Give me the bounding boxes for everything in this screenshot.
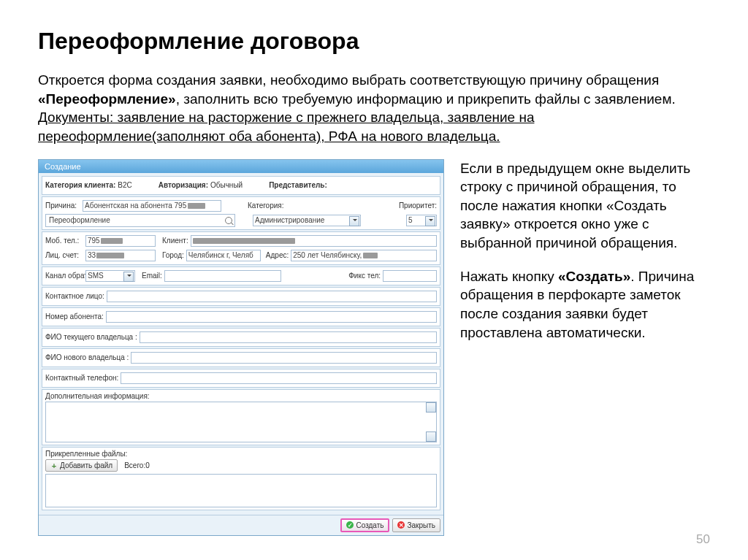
channel-select[interactable]: SMS <box>85 270 135 282</box>
create-button[interactable]: ✓Создать <box>340 518 389 532</box>
client-field[interactable] <box>191 235 437 247</box>
intro-post: , заполнить всю требуемую информацию и п… <box>176 91 676 107</box>
plus-icon: + <box>50 462 58 469</box>
contact-field[interactable] <box>107 291 437 302</box>
mob-field[interactable]: 795 <box>85 235 156 247</box>
acct-label: Лиц. счет: <box>45 251 83 259</box>
intro-text: Откроется форма создания заявки, необход… <box>38 71 710 146</box>
fax-field[interactable] <box>383 270 437 282</box>
fax-label: Фикс тел: <box>348 272 381 280</box>
docs-line: Документы: заявление на расторжение с пр… <box>38 110 534 144</box>
addinfo-label: Дополнительная информация: <box>45 392 437 400</box>
hdr-cat-val: B2C <box>118 181 131 189</box>
category-label: Категория: <box>248 202 284 210</box>
search-icon <box>225 217 232 224</box>
email-label: Email: <box>142 272 162 280</box>
files-total: Всего:0 <box>124 461 150 469</box>
hdr-auth-label: Авторизация: <box>159 181 208 189</box>
intro-bold: «Переоформление» <box>38 91 176 107</box>
hdr-rep-label: Представитель: <box>269 181 327 189</box>
reason-search[interactable]: Переоформление <box>45 214 235 227</box>
email-field[interactable] <box>164 270 281 282</box>
city-field[interactable]: Челябинск г, Челяб <box>186 250 261 261</box>
addinfo-textarea[interactable] <box>45 402 437 442</box>
page-title: Переоформление договора <box>38 28 710 55</box>
curown-label: ФИО текущего владельца : <box>45 333 137 341</box>
reason-field[interactable]: Абонентская на абонента 795 <box>83 200 221 212</box>
window-mockup: Создание Категория клиента: B2C Авториза… <box>38 159 444 536</box>
intro-pre: Откроется форма создания заявки, необход… <box>38 72 659 88</box>
mob-label: Моб. тел.: <box>45 237 83 245</box>
curown-field[interactable] <box>140 331 437 343</box>
priority-select[interactable]: 5 <box>406 215 437 226</box>
close-button[interactable]: ✕Закрыть <box>392 518 440 532</box>
scroll-up-icon[interactable] <box>426 402 436 413</box>
hdr-auth-val: Обычный <box>210 181 243 189</box>
cphone-field[interactable] <box>121 372 437 384</box>
channel-label: Канал обратной связи: <box>45 272 83 280</box>
contact-label: Контактное лицо: <box>45 292 104 300</box>
priority-label: Приоритет: <box>399 202 437 210</box>
side-para-2: Нажать кнопку «Создать». Причина обращен… <box>460 267 710 342</box>
side-para-1: Если в предыдущем окне выделить строку с… <box>460 159 710 253</box>
subnum-label: Номер абонента: <box>45 312 104 321</box>
close-icon: ✕ <box>397 521 405 529</box>
newown-label: ФИО нового владельца : <box>45 353 129 361</box>
reason-label: Причина: <box>45 202 80 210</box>
hdr-cat-label: Категория клиента: <box>45 181 115 189</box>
acct-field[interactable]: 33 <box>85 250 156 261</box>
city-label: Город: <box>162 251 184 259</box>
check-icon: ✓ <box>346 521 354 529</box>
addr-label: Адрес: <box>266 251 289 259</box>
category-select[interactable]: Администрирование <box>253 215 361 226</box>
scroll-down-icon[interactable] <box>426 431 436 442</box>
window-titlebar: Создание <box>39 160 443 173</box>
add-file-button[interactable]: +Добавить файл <box>45 459 118 472</box>
files-list <box>45 474 437 507</box>
addr-field[interactable]: 250 лет Челябинску, <box>291 250 437 261</box>
subnum-field[interactable] <box>106 311 437 323</box>
client-label: Клиент: <box>162 237 188 245</box>
newown-field[interactable] <box>131 352 437 364</box>
cphone-label: Контактный телефон: <box>45 374 118 382</box>
page-number: 50 <box>696 532 710 547</box>
side-text: Если в предыдущем окне выделить строку с… <box>460 159 710 357</box>
files-label: Прикрепленные файлы: <box>45 450 437 458</box>
search-value: Переоформление <box>49 216 110 224</box>
